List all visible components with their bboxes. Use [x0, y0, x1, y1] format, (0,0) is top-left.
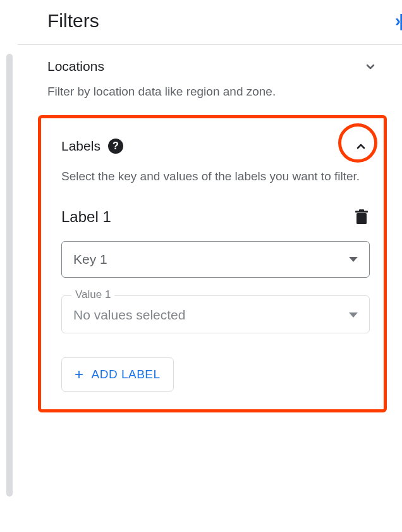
labels-title: Labels ?: [61, 139, 123, 154]
labels-section: Labels ? Select the key and values of th…: [38, 115, 387, 413]
dropdown-icon: [349, 257, 358, 262]
help-icon[interactable]: ?: [108, 139, 123, 154]
label-1-header: Label 1: [61, 208, 370, 226]
labels-description: Select the key and values of the labels …: [61, 168, 370, 186]
key-select[interactable]: Key 1: [61, 241, 370, 278]
value-field-label: Value 1: [71, 288, 114, 301]
collapse-panel-icon[interactable]: ›|: [395, 11, 402, 31]
value-select[interactable]: No values selected: [61, 295, 370, 333]
svg-rect-2: [359, 209, 364, 211]
locations-header[interactable]: Locations: [47, 58, 379, 75]
add-label-text: ADD LABEL: [92, 368, 161, 381]
locations-section: Locations Filter by location data like r…: [18, 45, 402, 111]
value-select-placeholder: No values selected: [73, 307, 185, 323]
key-select-value: Key 1: [73, 252, 107, 267]
plus-icon: +: [75, 367, 84, 382]
locations-title: Locations: [47, 59, 104, 74]
dropdown-icon: [349, 312, 358, 318]
labels-title-text: Labels: [61, 139, 100, 154]
chevron-up-icon[interactable]: [352, 137, 370, 155]
locations-description: Filter by location data like region and …: [47, 83, 379, 101]
svg-rect-0: [356, 213, 367, 224]
value-field-wrapper: Value 1 No values selected: [61, 295, 370, 333]
add-label-button[interactable]: + ADD LABEL: [61, 357, 174, 392]
delete-label-button[interactable]: [355, 209, 370, 225]
label-1-title: Label 1: [61, 208, 111, 226]
filters-header: Filters ›|: [18, 0, 402, 45]
chevron-down-icon[interactable]: [362, 58, 379, 75]
scrollbar[interactable]: [6, 54, 13, 497]
page-title: Filters: [47, 10, 99, 32]
labels-header[interactable]: Labels ?: [61, 137, 370, 155]
